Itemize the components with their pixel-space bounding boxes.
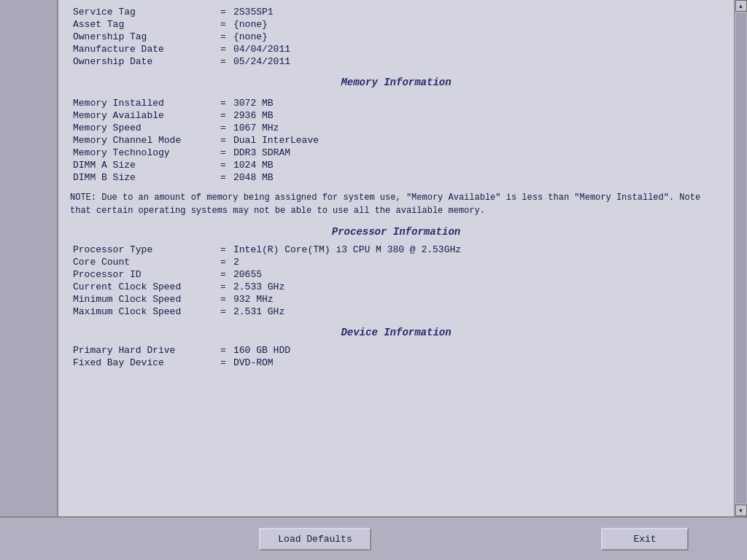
ownership-tag-value: {none} (231, 31, 722, 43)
bios-screen: Service Tag = 2S35SP1 Asset Tag = {none}… (0, 0, 747, 560)
content-area: Service Tag = 2S35SP1 Asset Tag = {none}… (58, 0, 734, 516)
row-label: Memory Channel Mode (70, 134, 216, 147)
table-row: Asset Tag = {none} (70, 18, 722, 31)
row-label: Primary Hard Drive (70, 344, 216, 357)
table-row: Core Count = 2 (70, 256, 722, 268)
table-row: Ownership Tag = {none} (70, 31, 722, 43)
system-info-table: Service Tag = 2S35SP1 Asset Tag = {none}… (70, 6, 722, 68)
row-value: 160 GB HDD (231, 344, 722, 357)
table-row: Memory Available = 2936 MB (70, 109, 722, 122)
row-value: 932 MHz (231, 293, 722, 306)
table-row: Manufacture Date = 04/04/2011 (70, 43, 722, 55)
table-row: Memory Installed = 3072 MB (70, 97, 722, 109)
row-value: 2048 MB (231, 171, 722, 184)
table-row: Minimum Clock Speed = 932 MHz (70, 293, 722, 306)
load-defaults-button[interactable]: Load Defaults (259, 528, 371, 551)
service-tag-label: Service Tag (70, 6, 216, 18)
row-label: Current Clock Speed (70, 281, 216, 293)
processor-section-header: Processor Information (70, 226, 722, 238)
table-row: Memory Channel Mode = Dual InterLeave (70, 134, 722, 147)
row-value: 1024 MB (231, 159, 722, 171)
left-sidebar (0, 0, 58, 516)
device-rows-container: Primary Hard Drive = 160 GB HDD Fixed Ba… (70, 344, 722, 369)
memory-rows-container: Memory Installed = 3072 MB Memory Availa… (70, 97, 722, 184)
memory-section-header: Memory Information (70, 77, 722, 88)
row-label: Memory Technology (70, 147, 216, 159)
row-value: DVD-ROM (231, 357, 722, 369)
table-row: DIMM A Size = 1024 MB (70, 159, 722, 171)
row-label: DIMM A Size (70, 159, 216, 171)
table-row: Processor ID = 20655 (70, 268, 722, 281)
table-row: Memory Technology = DDR3 SDRAM (70, 147, 722, 159)
right-scrollbar[interactable]: ▲ ▼ (734, 0, 747, 516)
device-section-header: Device Information (70, 327, 722, 338)
scroll-track (736, 13, 746, 503)
row-value: Dual InterLeave (231, 134, 722, 147)
scroll-down-arrow[interactable]: ▼ (735, 505, 747, 516)
row-value: 2936 MB (231, 109, 722, 122)
table-row: Fixed Bay Device = DVD-ROM (70, 357, 722, 369)
row-label: Minimum Clock Speed (70, 293, 216, 306)
footer: Load Defaults Exit (0, 516, 747, 560)
table-row: Processor Type = Intel(R) Core(TM) i3 CP… (70, 244, 722, 256)
processor-rows-container: Processor Type = Intel(R) Core(TM) i3 CP… (70, 244, 722, 318)
main-content: Service Tag = 2S35SP1 Asset Tag = {none}… (0, 0, 747, 516)
row-value: 2.533 GHz (231, 281, 722, 293)
memory-table: Memory Installed = 3072 MB Memory Availa… (70, 97, 722, 184)
row-value: 20655 (231, 268, 722, 281)
row-label: Core Count (70, 256, 216, 268)
row-label: Memory Speed (70, 122, 216, 134)
ownership-tag-label: Ownership Tag (70, 31, 216, 43)
row-value: 1067 MHz (231, 122, 722, 134)
table-row: Service Tag = 2S35SP1 (70, 6, 722, 18)
device-table: Primary Hard Drive = 160 GB HDD Fixed Ba… (70, 344, 722, 369)
row-value: Intel(R) Core(TM) i3 CPU M 380 @ 2.53GHz (231, 244, 722, 256)
row-label: Memory Installed (70, 97, 216, 109)
row-label: Fixed Bay Device (70, 357, 216, 369)
exit-button[interactable]: Exit (601, 528, 689, 551)
scroll-up-arrow[interactable]: ▲ (735, 0, 747, 12)
row-label: Processor Type (70, 244, 216, 256)
table-row: Maximum Clock Speed = 2.531 GHz (70, 306, 722, 318)
asset-tag-label: Asset Tag (70, 18, 216, 31)
asset-tag-value: {none} (231, 18, 722, 31)
row-value: 2 (231, 256, 722, 268)
memory-note: NOTE: Due to an amount of memory being a… (70, 191, 722, 217)
table-row: Memory Speed = 1067 MHz (70, 122, 722, 134)
row-label: Processor ID (70, 268, 216, 281)
row-label: Memory Available (70, 109, 216, 122)
row-value: DDR3 SDRAM (231, 147, 722, 159)
table-row: Primary Hard Drive = 160 GB HDD (70, 344, 722, 357)
processor-table: Processor Type = Intel(R) Core(TM) i3 CP… (70, 244, 722, 318)
manufacture-date-value: 04/04/2011 (231, 43, 722, 55)
table-row: DIMM B Size = 2048 MB (70, 171, 722, 184)
row-label: Maximum Clock Speed (70, 306, 216, 318)
row-label: DIMM B Size (70, 171, 216, 184)
table-row: Ownership Date = 05/24/2011 (70, 55, 722, 68)
table-row: Current Clock Speed = 2.533 GHz (70, 281, 722, 293)
row-value: 3072 MB (231, 97, 722, 109)
manufacture-date-label: Manufacture Date (70, 43, 216, 55)
ownership-date-value: 05/24/2011 (231, 55, 722, 68)
ownership-date-label: Ownership Date (70, 55, 216, 68)
row-value: 2.531 GHz (231, 306, 722, 318)
service-tag-value: 2S35SP1 (231, 6, 722, 18)
